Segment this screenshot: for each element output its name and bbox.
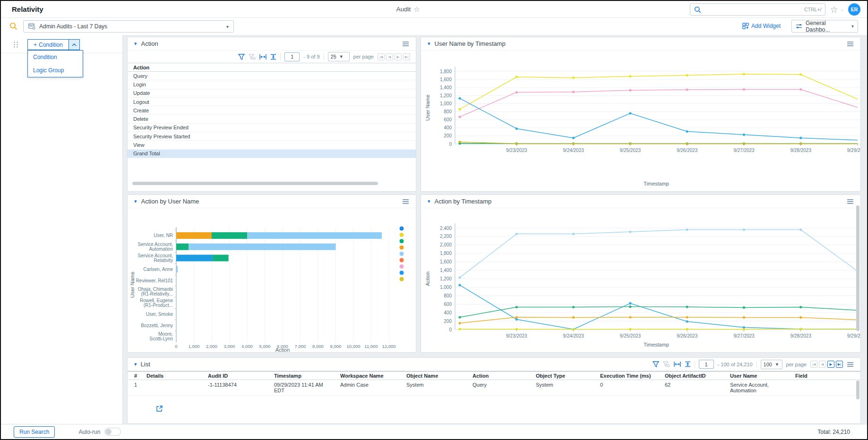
collapse-icon[interactable]: ▾ <box>428 41 430 47</box>
list-column-header[interactable]: Audit ID <box>205 373 271 379</box>
clear-filter-icon[interactable] <box>663 361 670 367</box>
page-range-label: - 9 of 9 <box>303 54 319 59</box>
favorites-icon[interactable]: ☆ <box>830 5 838 14</box>
add-condition-button[interactable]: + Condition <box>27 39 69 50</box>
last-page-button[interactable]: ▶| <box>836 361 843 368</box>
next-page-button[interactable]: ▶ <box>827 361 834 368</box>
list-column-header[interactable]: Object Name <box>404 373 470 379</box>
add-widget-button[interactable]: Add Widget <box>742 23 781 29</box>
vertical-scrollbar[interactable] <box>856 381 859 399</box>
filter-icon[interactable] <box>238 54 245 60</box>
last-page-button[interactable]: ▶| <box>403 53 410 60</box>
external-link-icon[interactable] <box>156 405 163 412</box>
vertical-scrollbar[interactable] <box>856 205 859 331</box>
svg-text:(R1-Product...: (R1-Product... <box>144 303 173 308</box>
action-table-row[interactable]: View <box>128 141 416 149</box>
action-grand-total-row[interactable]: Grand Total <box>128 150 416 158</box>
drag-handle-icon[interactable] <box>13 41 18 48</box>
svg-text:0: 0 <box>449 327 452 332</box>
page-size-select[interactable]: 25 ▼ <box>328 52 350 61</box>
list-column-header[interactable]: Workspace Name <box>337 373 404 379</box>
page-number-input[interactable] <box>284 52 300 61</box>
list-column-header[interactable]: Object Type <box>533 373 597 379</box>
page-number-input[interactable] <box>699 360 714 369</box>
content-footer: Total: 24,210 <box>123 424 867 439</box>
avatar[interactable]: ER <box>848 3 860 16</box>
legend-dot <box>400 245 404 250</box>
widget-title: Action by Timestamp <box>435 198 492 205</box>
svg-text:1,800: 1,800 <box>440 69 452 74</box>
svg-text:4,000: 4,000 <box>241 344 253 349</box>
list-header-row[interactable]: #DetailsAudit IDTimestampWorkspace NameO… <box>128 371 860 380</box>
dashboard-select-label: General Dashbo... <box>806 20 848 33</box>
action-table-row[interactable]: Delete <box>128 115 416 123</box>
saved-search-dropdown[interactable]: Admin Audits - Last 7 Days ▾ <box>23 20 234 33</box>
widget-menu-icon[interactable] <box>847 199 854 204</box>
next-page-button[interactable]: ▶ <box>395 53 402 60</box>
row-height-icon[interactable] <box>270 54 276 60</box>
global-search-box[interactable]: CTRL+/ <box>690 3 825 16</box>
column-width-icon[interactable] <box>259 54 266 60</box>
header-right-cluster: CTRL+/ ☆ ⌄ ER <box>690 3 860 16</box>
legend-dot <box>400 233 404 237</box>
list-column-header[interactable]: Object ArtifactID <box>662 373 727 379</box>
action-column-header[interactable]: Action <box>128 63 416 72</box>
first-page-button[interactable]: |◀ <box>810 361 817 368</box>
svg-text:9/29/2023: 9/29/2023 <box>847 333 860 338</box>
svg-text:5,000: 5,000 <box>259 344 271 349</box>
action-table-row[interactable]: Login <box>128 80 416 89</box>
svg-text:1,600: 1,600 <box>440 259 452 264</box>
prev-page-button[interactable]: ◀ <box>819 361 826 368</box>
add-condition-label: Condition <box>39 42 63 48</box>
action-table-row[interactable]: Create <box>128 106 416 115</box>
clear-filter-icon[interactable] <box>249 54 256 60</box>
auto-run-toggle[interactable] <box>104 428 121 436</box>
action-table-row[interactable]: Logout <box>128 98 416 106</box>
run-search-button[interactable]: Run Search <box>14 426 55 438</box>
bar-segment <box>247 232 382 239</box>
menu-item-logic-group[interactable]: Logic Group <box>28 64 83 77</box>
collapse-icon[interactable]: ▾ <box>134 198 137 204</box>
dashboard-select[interactable]: General Dashbo... ▾ <box>791 20 858 33</box>
horizontal-scrollbar[interactable] <box>132 182 378 185</box>
favorites-chevron-icon[interactable]: ⌄ <box>840 7 844 12</box>
list-table: #DetailsAudit IDTimestampWorkspace NameO… <box>128 371 860 396</box>
action-table-row[interactable]: Query <box>128 72 416 80</box>
collapse-icon[interactable]: ▾ <box>428 198 430 204</box>
list-column-header[interactable]: User Name <box>727 373 792 379</box>
column-width-icon[interactable] <box>674 361 681 367</box>
series-green <box>460 307 858 317</box>
svg-text:8,000: 8,000 <box>312 344 324 349</box>
first-page-button[interactable]: |◀ <box>378 53 385 60</box>
prev-page-button[interactable]: ◀ <box>386 53 393 60</box>
list-column-header[interactable]: Timestamp <box>271 373 337 379</box>
favorite-star-icon[interactable]: ☆ <box>413 6 420 13</box>
list-column-header[interactable]: # <box>128 373 144 379</box>
widget-title: List <box>141 361 150 368</box>
svg-text:200: 200 <box>444 133 452 138</box>
action-table-row[interactable]: Security Preview Started <box>128 132 416 141</box>
action-table-row[interactable]: Update <box>128 89 416 98</box>
legend-dot <box>400 277 404 281</box>
widget-menu-icon[interactable] <box>847 41 854 47</box>
legend-dot <box>400 271 404 275</box>
condition-chevron-button[interactable] <box>69 39 80 50</box>
list-column-header[interactable]: Execution Time (ms) <box>597 373 662 379</box>
list-table-row[interactable]: 1-1-1113847409/29/2023 11:41 AM EDTAdmin… <box>128 380 860 396</box>
page-size-select[interactable]: 100 ▼ <box>761 360 782 369</box>
filter-icon[interactable] <box>653 361 659 367</box>
svg-text:9/27/2023: 9/27/2023 <box>733 333 755 338</box>
row-height-icon[interactable] <box>685 361 691 367</box>
collapse-icon[interactable]: ▾ <box>134 361 137 367</box>
collapse-icon[interactable]: ▾ <box>134 41 137 47</box>
action-table-row[interactable]: Security Preview Ended <box>128 124 416 132</box>
widget-menu-icon[interactable] <box>402 199 409 204</box>
svg-text:Timestamp: Timestamp <box>644 181 669 186</box>
widget-menu-icon[interactable] <box>847 362 854 367</box>
list-column-header[interactable]: Action <box>470 373 533 379</box>
svg-text:9/26/2023: 9/26/2023 <box>677 333 698 338</box>
menu-item-condition[interactable]: Condition <box>28 51 83 64</box>
list-column-header[interactable]: Field <box>792 373 860 379</box>
widget-menu-icon[interactable] <box>402 41 409 47</box>
list-column-header[interactable]: Details <box>144 373 205 379</box>
